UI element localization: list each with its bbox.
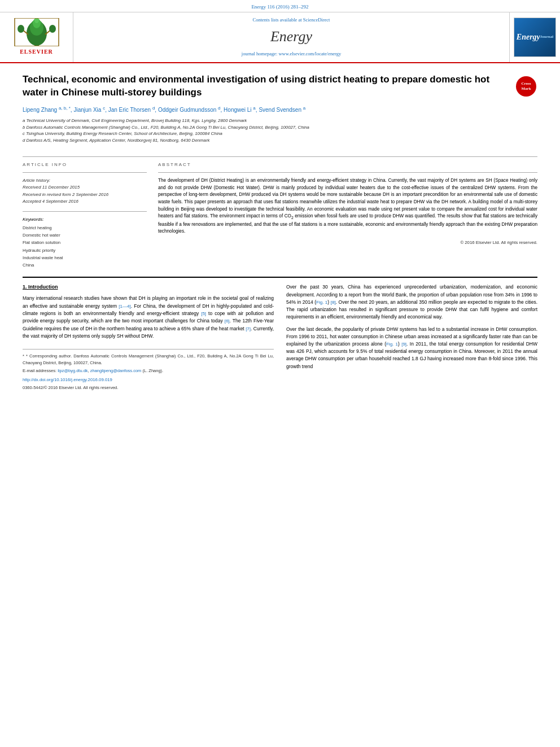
author-oddgeir: Oddgeir Gudmundsson	[158, 107, 216, 113]
body-right-col: Over the past 30 years, China has experi…	[286, 283, 537, 391]
journal-name: Energy	[270, 27, 312, 47]
accepted-date: Accepted 4 September 2016	[23, 198, 147, 205]
email-link-1[interactable]: lipz@byg.dtu.dk	[58, 368, 88, 373]
keyword-5: Industrial waste heat	[23, 254, 147, 261]
body-divider	[23, 277, 537, 278]
abstract-top-divider	[158, 172, 537, 173]
abstract-label: ABSTRACT	[158, 161, 537, 168]
paper-title-block: Technical, economic and environmental in…	[23, 73, 509, 151]
article-info-col: ARTICLE INFO Article history: Received 1…	[23, 161, 147, 269]
body-section: 1. Introduction Many international resea…	[23, 283, 537, 391]
paper-title: Technical, economic and environmental in…	[23, 73, 509, 99]
elsevier-logo-block: ELSEVIER	[0, 12, 73, 62]
ref-5: [5]	[201, 311, 206, 316]
elsevier-tree-image	[14, 18, 59, 46]
copyright-notice: © 2016 Elsevier Ltd. All rights reserved…	[158, 240, 537, 246]
journal-center-block: Contents lists available at ScienceDirec…	[73, 12, 509, 62]
crossmark-block: CrossMark	[515, 76, 537, 97]
keywords-label: Keywords:	[23, 216, 147, 222]
ref-6: [6]	[225, 318, 230, 324]
affiliations-block: a Technical University of Denmark, Civil…	[23, 117, 509, 144]
affiliation-d: d Danfoss A/S, Heating Segment, Applicat…	[23, 137, 509, 144]
affiliation-b: b Danfoss Automatic Controls Management …	[23, 124, 509, 131]
email-label: E-mail addresses:	[23, 368, 56, 373]
author-hongwei: Hongwei Li	[224, 107, 251, 113]
history-label: Article history:	[23, 177, 147, 184]
journal-cover-image: Energy Journal	[509, 12, 560, 62]
paper-title-section: Technical, economic and environmental in…	[23, 73, 537, 151]
ref-8: [8]	[331, 300, 336, 305]
ref-9: [9]	[401, 342, 406, 347]
issn-text: 0360-5442/© 2016 Elsevier Ltd. All right…	[23, 385, 274, 391]
keywords-list: District heating Domestic hot water Flat…	[23, 224, 147, 269]
affil-d2: d	[218, 106, 220, 111]
svg-point-6	[18, 25, 24, 33]
info-top-divider	[23, 172, 147, 173]
footnote-asterisk: * * Corresponding author. Danfoss Automa…	[23, 353, 274, 366]
affil-a3: a	[303, 106, 305, 111]
homepage-line: journal homepage: www.elsevier.com/locat…	[242, 51, 341, 58]
footnote-email: E-mail addresses: lipz@byg.dtu.dk, zhang…	[23, 368, 274, 374]
keyword-1: District heating	[23, 224, 147, 231]
received-date: Received 11 December 2015	[23, 184, 147, 191]
email-link-2[interactable]: zhanglipeng@danfoss.com	[90, 368, 142, 373]
right-paragraph-1: Over the past 30 years, China has experi…	[286, 283, 537, 321]
abstract-col: ABSTRACT The development of DH (District…	[158, 161, 537, 269]
crossmark-icon: CrossMark	[516, 76, 536, 97]
article-info-label: ARTICLE INFO	[23, 161, 147, 168]
body-left-col: 1. Introduction Many international resea…	[23, 283, 274, 391]
footnote-text: * Corresponding author. Danfoss Automati…	[23, 353, 274, 365]
affiliation-c: c Tsinghua University, Building Energy R…	[23, 130, 509, 137]
keyword-3: Flat station solution	[23, 239, 147, 246]
sciencedirect-link[interactable]: ScienceDirect	[303, 17, 330, 23]
keyword-6: China	[23, 261, 147, 269]
journal-ref: Energy 116 (2016) 281–292	[251, 4, 308, 10]
affil-c: c	[103, 106, 105, 111]
affiliation-a: a Technical University of Denmark, Civil…	[23, 117, 509, 124]
elsevier-brand-text: ELSEVIER	[20, 48, 53, 56]
affil-a: a, b, *	[59, 106, 71, 111]
author-lipeng: Lipeng Zhang	[23, 107, 57, 113]
svg-point-8	[49, 25, 56, 33]
keywords-section: Keywords: District heating Domestic hot …	[23, 216, 147, 269]
author-jan: Jan Eric Thorsen	[108, 107, 151, 113]
ref-1-4: [1—4]	[119, 304, 130, 309]
journal-banner: Energy 116 (2016) 281–292	[0, 0, 560, 12]
ref-7: [7]	[246, 326, 251, 331]
revised-date: Received in revised form 2 September 201…	[23, 191, 147, 198]
fig1-ref-1: Fig. 1	[316, 300, 327, 305]
main-content: Technical, economic and environmental in…	[0, 63, 560, 401]
contents-available-line: Contents lists available at ScienceDirec…	[253, 17, 330, 24]
right-paragraph-2: Over the last decade, the popularity of …	[286, 326, 537, 370]
affil-d1: d	[152, 106, 155, 111]
info-abstract-section: ARTICLE INFO Article history: Received 1…	[23, 161, 537, 269]
doi-link[interactable]: http://dx.doi.org/10.1016/j.energy.2016.…	[23, 377, 274, 383]
keyword-4: Hydraulic priority	[23, 247, 147, 254]
author-svend: Svend Svendsen	[259, 107, 301, 113]
journal-header: ELSEVIER Contents lists available at Sci…	[0, 12, 560, 63]
abstract-text: The development of DH (District Heating)…	[158, 177, 537, 235]
energy-cover: Energy Journal	[514, 18, 556, 57]
article-history-block: Article history: Received 11 December 20…	[23, 177, 147, 206]
footnote-block: * * Corresponding author. Danfoss Automa…	[23, 349, 274, 391]
keyword-2: Domestic hot water	[23, 231, 147, 239]
homepage-url[interactable]: www.elsevier.com/locate/energy	[278, 51, 341, 56]
author-jianjun: Jianjun Xia	[73, 107, 101, 113]
email-suffix: (L. Zhang).	[142, 368, 163, 373]
intro-heading: 1. Introduction	[23, 283, 274, 291]
title-divider	[23, 156, 537, 157]
fig1-ref-2: Fig. 1	[386, 342, 398, 347]
affil-a2: a	[253, 106, 255, 111]
info-bottom-divider	[23, 211, 147, 212]
authors-line: Lipeng Zhang a, b, *, Jianjun Xia c, Jan…	[23, 105, 509, 114]
intro-paragraph-1: Many international research studies have…	[23, 295, 274, 340]
